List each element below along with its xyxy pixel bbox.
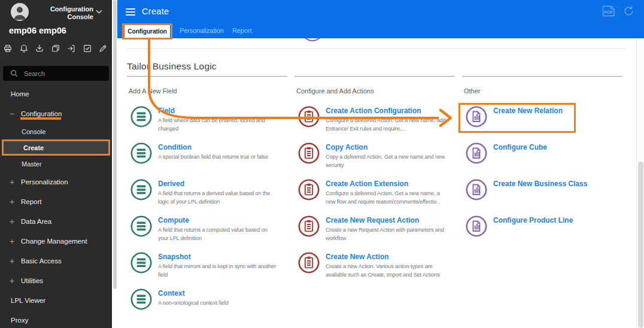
item-title[interactable]: Copy Action (326, 143, 445, 151)
column-rule (127, 76, 287, 77)
catalog-item-field[interactable]: FieldA field where data can be entered, … (130, 105, 297, 133)
sidebar-item-label: Change Management (21, 238, 87, 245)
catalog-item-create-new-action[interactable]: Create New ActionCreate a new Action. Va… (297, 251, 465, 279)
catalog-item-create-new-request-action[interactable]: Create New Request ActionCreate a new Re… (297, 215, 465, 242)
sidebar-item-label: Configuration (21, 110, 62, 117)
sidebar-item-report[interactable]: +Report (0, 192, 112, 211)
expand-icon[interactable]: + (8, 238, 16, 245)
sidebar: Configuration Console emp06 emp06 Search… (0, 0, 112, 328)
configuration-console-app: Configuration Console emp06 emp06 Search… (0, 0, 644, 328)
menu-icon[interactable] (126, 8, 135, 17)
list-circle-icon (130, 105, 153, 128)
sidebar-item-label: Master (22, 160, 42, 168)
item-title[interactable]: Field (158, 107, 265, 115)
sidebar-item-home[interactable]: Home (0, 84, 112, 104)
sidebar-item-change-management[interactable]: +Change Management (0, 231, 112, 251)
sidebar-item-create[interactable]: Create (2, 139, 110, 156)
catalog-item-create-action-extension[interactable]: Create Action ExtensionConfigure a deliv… (297, 178, 465, 206)
sidebar-item-console[interactable]: Console (0, 123, 112, 139)
item-title[interactable]: Condition (158, 143, 268, 151)
sidebar-item-proxy[interactable]: Proxy (0, 310, 112, 328)
chart-circle-icon (465, 215, 488, 238)
search-placeholder: Search (24, 70, 45, 77)
sidebar-item-label: Report (21, 198, 42, 205)
top-bar: Create PDF (117, 0, 644, 22)
expand-icon[interactable]: + (8, 257, 16, 265)
export-pdf-icon[interactable]: PDF (602, 5, 616, 17)
sidebar-scrollbar[interactable] (112, 0, 117, 328)
catalog-item-create-new-relation[interactable]: Create New Relation (465, 105, 633, 128)
chevron-down-icon[interactable] (96, 10, 102, 14)
item-title[interactable]: Create New Relation (493, 107, 563, 115)
clipboard-circle-icon (297, 178, 320, 201)
refresh-icon[interactable] (623, 5, 634, 17)
chart-circle-icon (465, 105, 488, 128)
tab-configuration[interactable]: Configuration (124, 24, 170, 38)
section-title: Tailor Business Logic (127, 61, 217, 72)
clipboard-circle-icon (297, 142, 320, 165)
console-title[interactable]: Configuration Console (41, 5, 93, 20)
avatar[interactable] (11, 3, 29, 21)
section-divider (127, 48, 626, 49)
copy-icon[interactable] (51, 44, 60, 53)
expand-icon[interactable]: + (8, 218, 16, 225)
item-title[interactable]: Create New Request Action (326, 216, 444, 224)
catalog-item-derived[interactable]: DerivedA field that returns a derived va… (130, 178, 297, 206)
expand-icon[interactable]: + (8, 198, 16, 205)
expand-icon[interactable]: + (8, 277, 16, 284)
catalog-item-condition[interactable]: ConditionA special boolean field that re… (130, 142, 297, 165)
notifications-icon[interactable] (19, 44, 29, 53)
collapse-icon[interactable]: − (8, 110, 16, 117)
tasks-icon[interactable] (83, 44, 92, 53)
item-description: Copy a delivered Action. Get a new name … (326, 153, 445, 169)
item-title[interactable]: Snapshot (158, 253, 276, 261)
item-title[interactable]: Create Action Extension (326, 180, 441, 188)
sidebar-item-lpl-viewer[interactable]: LPL Viewer (0, 290, 112, 310)
chart-circle-icon (465, 178, 488, 201)
main-scrollbar[interactable] (636, 38, 644, 328)
sidebar-item-master[interactable]: Master (0, 156, 112, 172)
edit-icon[interactable] (98, 44, 108, 53)
catalog-item-context[interactable]: ContextA non-ontological context field (130, 288, 297, 311)
item-description: A field that mirrors and is kept in sync… (158, 263, 276, 279)
item-title[interactable]: Create Action Configuration (326, 107, 446, 115)
catalog-item-configure-cube[interactable]: Configure Cube (465, 142, 633, 165)
sidebar-item-personalization[interactable]: +Personalization (0, 172, 112, 192)
search-input[interactable]: Search (3, 66, 109, 81)
catalog-item-create-action-configuration[interactable]: Create Action ConfigurationConfigure a d… (297, 105, 465, 133)
clipboard-circle-icon (297, 105, 320, 128)
catalog-item-copy-action[interactable]: Copy ActionCopy a delivered Action. Get … (297, 142, 465, 169)
catalog-item-configure-product-line[interactable]: Configure Product Line (465, 215, 633, 238)
column-header: Other (464, 87, 481, 95)
item-title[interactable]: Configure Product Line (493, 216, 573, 224)
tab-personalization[interactable]: Personalization (180, 22, 224, 38)
printer-icon[interactable] (3, 44, 13, 53)
sidebar-item-utilities[interactable]: +Utilities (0, 271, 112, 290)
item-title[interactable]: Create New Action (326, 253, 440, 261)
main-scrollbar-thumb[interactable] (638, 162, 643, 328)
item-title[interactable]: Compute (158, 216, 268, 224)
sidebar-item-configuration[interactable]: −Configuration (0, 104, 112, 123)
tab-report[interactable]: Report (232, 22, 251, 38)
sidebar-nav: Home−ConfigurationConsoleCreateMaster+Pe… (0, 84, 112, 328)
item-title[interactable]: Configure Cube (493, 143, 547, 151)
column-header: Configure and Add Actions (296, 87, 374, 95)
catalog-item-snapshot[interactable]: SnapshotA field that mirrors and is kept… (130, 251, 297, 279)
item-title[interactable]: Create New Business Class (493, 180, 587, 188)
item-title[interactable]: Context (158, 289, 228, 297)
download-icon[interactable] (35, 44, 44, 53)
sidebar-item-label: LPL Viewer (11, 297, 45, 304)
catalog-item-compute[interactable]: ComputeA field that returns a computed v… (130, 215, 297, 242)
export-icon[interactable] (66, 44, 76, 53)
item-description: Create a new Request Action with paramet… (326, 226, 444, 242)
item-title[interactable]: Derived (158, 180, 270, 188)
sidebar-item-data-area[interactable]: +Data Area (0, 211, 112, 231)
clipboard-circle-icon (297, 251, 320, 274)
expand-icon[interactable]: + (8, 178, 16, 186)
sidebar-scrollbar-thumb[interactable] (113, 0, 117, 289)
column-rule (462, 76, 622, 77)
sidebar-item-label: Create (23, 144, 44, 151)
catalog-item-create-new-business-class[interactable]: Create New Business Class (465, 178, 633, 201)
person-icon (11, 3, 29, 21)
sidebar-item-basic-access[interactable]: +Basic Access (0, 251, 112, 271)
